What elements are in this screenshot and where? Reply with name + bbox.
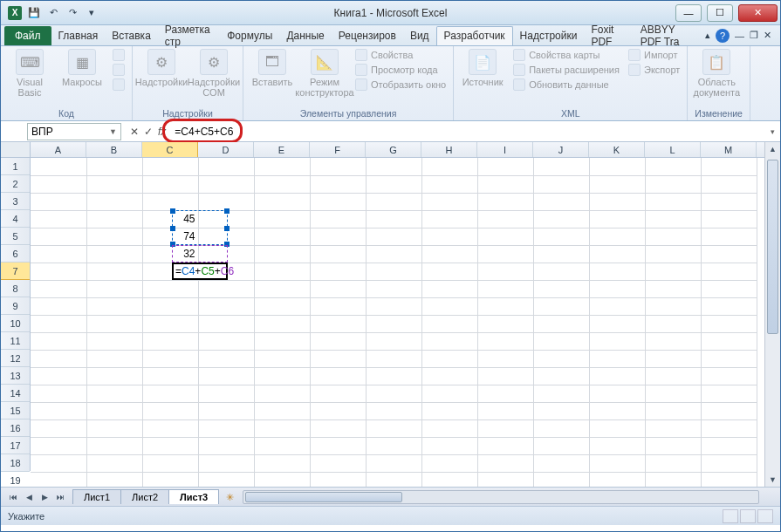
cell-K1[interactable] xyxy=(589,158,645,175)
cell-E12[interactable] xyxy=(254,350,310,367)
cell-M6[interactable] xyxy=(701,245,757,263)
cell-D15[interactable] xyxy=(198,402,254,419)
cell-L19[interactable] xyxy=(645,472,701,487)
cell-C17[interactable] xyxy=(142,437,198,454)
cell-K8[interactable] xyxy=(589,280,645,297)
row-header-1[interactable]: 1 xyxy=(1,158,30,175)
cell-A6[interactable] xyxy=(31,245,86,263)
cell-A17[interactable] xyxy=(31,437,86,454)
cell-E4[interactable] xyxy=(254,210,310,228)
cell-D16[interactable] xyxy=(198,419,254,437)
cell-F11[interactable] xyxy=(310,332,366,350)
cell-L2[interactable] xyxy=(645,175,701,193)
cell-A1[interactable] xyxy=(31,158,86,175)
cell-H12[interactable] xyxy=(421,350,477,367)
extension-packs-button[interactable]: Пакеты расширения xyxy=(513,64,620,76)
view-pagebreak-button[interactable] xyxy=(757,509,773,523)
col-header-G[interactable]: G xyxy=(366,142,421,157)
cell-D3[interactable] xyxy=(198,193,254,210)
cell-B4[interactable] xyxy=(86,210,142,228)
cell-K10[interactable] xyxy=(589,315,645,332)
vertical-scrollbar[interactable]: ▲ ▼ xyxy=(764,142,780,487)
cell-A18[interactable] xyxy=(31,454,86,472)
redo-icon[interactable]: ↷ xyxy=(64,4,81,22)
cell-G17[interactable] xyxy=(366,437,421,454)
cell-G8[interactable] xyxy=(366,280,421,297)
row-header-5[interactable]: 5 xyxy=(1,228,30,245)
cell-I5[interactable] xyxy=(477,228,533,245)
cell-L16[interactable] xyxy=(645,419,701,437)
cell-B6[interactable] xyxy=(86,245,142,263)
col-header-M[interactable]: M xyxy=(701,142,757,157)
cell-B8[interactable] xyxy=(86,280,142,297)
cell-D6[interactable] xyxy=(198,245,254,263)
cell-L10[interactable] xyxy=(645,315,701,332)
cell-G1[interactable] xyxy=(366,158,421,175)
cell-H4[interactable] xyxy=(421,210,477,228)
cell-C6[interactable]: 32 xyxy=(142,245,198,263)
cell-M10[interactable] xyxy=(701,315,757,332)
row-header-19[interactable]: 19 xyxy=(1,472,30,487)
cell-M17[interactable] xyxy=(701,437,757,454)
cell-F15[interactable] xyxy=(310,402,366,419)
insert-control-button[interactable]: 🗔Вставить xyxy=(250,49,294,87)
row-header-2[interactable]: 2 xyxy=(1,175,30,193)
cell-B3[interactable] xyxy=(86,193,142,210)
cell-C4[interactable]: 45 xyxy=(142,210,198,228)
cell-H6[interactable] xyxy=(421,245,477,263)
view-normal-button[interactable] xyxy=(723,509,738,523)
formula-input[interactable] xyxy=(171,123,764,140)
cell-K5[interactable] xyxy=(589,228,645,245)
cell-I14[interactable] xyxy=(477,385,533,402)
cell-F6[interactable] xyxy=(310,245,366,263)
cell-G18[interactable] xyxy=(366,454,421,472)
cell-K18[interactable] xyxy=(589,454,645,472)
cell-H10[interactable] xyxy=(421,315,477,332)
cell-G10[interactable] xyxy=(366,315,421,332)
cell-J12[interactable] xyxy=(533,350,589,367)
cell-M19[interactable] xyxy=(701,472,757,487)
cell-A16[interactable] xyxy=(31,419,86,437)
col-header-I[interactable]: I xyxy=(477,142,533,157)
col-header-D[interactable]: D xyxy=(198,142,254,157)
cell-K17[interactable] xyxy=(589,437,645,454)
cell-D11[interactable] xyxy=(198,332,254,350)
cell-G13[interactable] xyxy=(366,367,421,385)
cell-C12[interactable] xyxy=(142,350,198,367)
cell-K14[interactable] xyxy=(589,385,645,402)
cell-E14[interactable] xyxy=(254,385,310,402)
cell-E11[interactable] xyxy=(254,332,310,350)
formula-accept-button[interactable]: ✓ xyxy=(144,126,153,138)
vscroll-thumb[interactable] xyxy=(767,160,778,334)
horizontal-scrollbar[interactable] xyxy=(243,490,759,504)
cell-C5[interactable]: 74 xyxy=(142,228,198,245)
cell-B14[interactable] xyxy=(86,385,142,402)
save-icon[interactable]: 💾 xyxy=(25,4,43,22)
show-window-button[interactable]: Отобразить окно xyxy=(355,78,446,91)
cell-G9[interactable] xyxy=(366,297,421,315)
cell-M11[interactable] xyxy=(701,332,757,350)
hscroll-thumb[interactable] xyxy=(245,492,402,502)
cell-G11[interactable] xyxy=(366,332,421,350)
cell-M9[interactable] xyxy=(701,297,757,315)
cell-E6[interactable] xyxy=(254,245,310,263)
cell-F2[interactable] xyxy=(310,175,366,193)
cell-H2[interactable] xyxy=(421,175,477,193)
macro-security-button[interactable] xyxy=(113,78,125,91)
cell-H19[interactable] xyxy=(421,472,477,487)
cell-A5[interactable] xyxy=(31,228,86,245)
tab-home[interactable]: Главная xyxy=(51,26,106,45)
cell-M14[interactable] xyxy=(701,385,757,402)
cell-C19[interactable] xyxy=(142,472,198,487)
cell-K11[interactable] xyxy=(589,332,645,350)
cell-D4[interactable] xyxy=(198,210,254,228)
cell-M12[interactable] xyxy=(701,350,757,367)
cell-I13[interactable] xyxy=(477,367,533,385)
cell-F18[interactable] xyxy=(310,454,366,472)
cell-J10[interactable] xyxy=(533,315,589,332)
cell-M1[interactable] xyxy=(701,158,757,175)
cell-A7[interactable] xyxy=(31,263,86,280)
relative-refs-button[interactable] xyxy=(113,64,125,76)
scroll-up-icon[interactable]: ▲ xyxy=(765,142,780,156)
row-header-6[interactable]: 6 xyxy=(1,245,30,263)
